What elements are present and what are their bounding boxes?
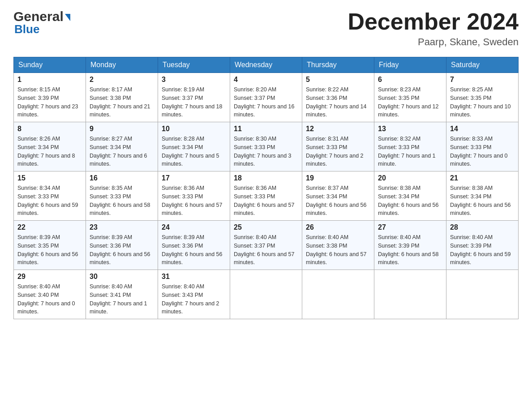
day-number: 5: [306, 76, 370, 84]
day-info: Sunrise: 8:40 AMSunset: 3:40 PMDaylight:…: [17, 283, 75, 315]
weekday-header-sunday: Sunday: [14, 57, 86, 73]
calendar-cell: 26 Sunrise: 8:40 AMSunset: 3:38 PMDaylig…: [302, 221, 374, 270]
page-header: General Blue December 2024 Paarp, Skane,…: [13, 9, 519, 48]
week-row-4: 22 Sunrise: 8:39 AMSunset: 3:35 PMDaylig…: [14, 221, 519, 270]
day-number: 16: [90, 174, 154, 182]
day-number: 3: [162, 76, 226, 84]
calendar-cell: 9 Sunrise: 8:27 AMSunset: 3:34 PMDayligh…: [86, 122, 158, 171]
location: Paarp, Skane, Sweden: [348, 36, 519, 48]
day-info: Sunrise: 8:30 AMSunset: 3:33 PMDaylight:…: [234, 136, 292, 167]
calendar-cell: 4 Sunrise: 8:20 AMSunset: 3:37 PMDayligh…: [230, 73, 302, 122]
day-info: Sunrise: 8:40 AMSunset: 3:38 PMDaylight:…: [306, 234, 367, 265]
day-info: Sunrise: 8:27 AMSunset: 3:34 PMDaylight:…: [90, 136, 147, 167]
day-number: 30: [90, 273, 154, 281]
day-number: 26: [306, 223, 370, 231]
day-number: 10: [162, 125, 226, 133]
calendar-cell: 12 Sunrise: 8:31 AMSunset: 3:33 PMDaylig…: [302, 122, 374, 171]
day-info: Sunrise: 8:22 AMSunset: 3:36 PMDaylight:…: [306, 86, 367, 118]
day-info: Sunrise: 8:40 AMSunset: 3:39 PMDaylight:…: [450, 234, 511, 265]
calendar-cell: 7 Sunrise: 8:25 AMSunset: 3:35 PMDayligh…: [446, 73, 519, 122]
day-number: 6: [378, 76, 442, 84]
day-info: Sunrise: 8:23 AMSunset: 3:35 PMDaylight:…: [378, 86, 439, 118]
calendar-cell: 31 Sunrise: 8:40 AMSunset: 3:43 PMDaylig…: [158, 270, 230, 319]
day-info: Sunrise: 8:39 AMSunset: 3:36 PMDaylight:…: [90, 234, 150, 265]
day-number: 27: [378, 223, 442, 231]
day-info: Sunrise: 8:20 AMSunset: 3:37 PMDaylight:…: [234, 86, 295, 118]
weekday-header-tuesday: Tuesday: [158, 57, 230, 73]
day-number: 8: [17, 125, 82, 133]
day-number: 28: [450, 223, 515, 231]
day-info: Sunrise: 8:17 AMSunset: 3:38 PMDaylight:…: [90, 86, 150, 118]
calendar-cell: 28 Sunrise: 8:40 AMSunset: 3:39 PMDaylig…: [446, 221, 519, 270]
day-number: 2: [90, 76, 154, 84]
calendar-cell: 18 Sunrise: 8:36 AMSunset: 3:33 PMDaylig…: [230, 171, 302, 221]
weekday-header-saturday: Saturday: [446, 57, 519, 73]
week-row-2: 8 Sunrise: 8:26 AMSunset: 3:34 PMDayligh…: [14, 122, 519, 171]
calendar-cell: 29 Sunrise: 8:40 AMSunset: 3:40 PMDaylig…: [14, 270, 86, 319]
day-number: 20: [378, 174, 442, 182]
calendar-cell: 27 Sunrise: 8:40 AMSunset: 3:39 PMDaylig…: [374, 221, 446, 270]
weekday-header-monday: Monday: [86, 57, 158, 73]
calendar-cell: 14 Sunrise: 8:33 AMSunset: 3:33 PMDaylig…: [446, 122, 519, 171]
title-area: December 2024 Paarp, Skane, Sweden: [348, 9, 519, 48]
day-number: 12: [306, 125, 370, 133]
calendar-cell: 8 Sunrise: 8:26 AMSunset: 3:34 PMDayligh…: [14, 122, 86, 171]
weekday-header-row: SundayMondayTuesdayWednesdayThursdayFrid…: [14, 57, 519, 73]
day-number: 13: [378, 125, 442, 133]
day-info: Sunrise: 8:38 AMSunset: 3:34 PMDaylight:…: [450, 185, 511, 216]
calendar-cell: 30 Sunrise: 8:40 AMSunset: 3:41 PMDaylig…: [86, 270, 158, 319]
day-info: Sunrise: 8:40 AMSunset: 3:41 PMDaylight:…: [90, 283, 147, 315]
calendar-cell: 5 Sunrise: 8:22 AMSunset: 3:36 PMDayligh…: [302, 73, 374, 122]
day-number: 31: [162, 273, 226, 281]
day-info: Sunrise: 8:31 AMSunset: 3:33 PMDaylight:…: [306, 136, 364, 167]
calendar-cell: 21 Sunrise: 8:38 AMSunset: 3:34 PMDaylig…: [446, 171, 519, 221]
calendar-cell: 10 Sunrise: 8:28 AMSunset: 3:34 PMDaylig…: [158, 122, 230, 171]
calendar-cell: 19 Sunrise: 8:37 AMSunset: 3:34 PMDaylig…: [302, 171, 374, 221]
day-number: 14: [450, 125, 515, 133]
day-info: Sunrise: 8:36 AMSunset: 3:33 PMDaylight:…: [234, 185, 295, 216]
week-row-5: 29 Sunrise: 8:40 AMSunset: 3:40 PMDaylig…: [14, 270, 519, 319]
day-info: Sunrise: 8:28 AMSunset: 3:34 PMDaylight:…: [162, 136, 219, 167]
day-number: 23: [90, 223, 154, 231]
day-number: 15: [17, 174, 82, 182]
day-info: Sunrise: 8:34 AMSunset: 3:33 PMDaylight:…: [17, 185, 78, 216]
day-info: Sunrise: 8:39 AMSunset: 3:35 PMDaylight:…: [17, 234, 78, 265]
calendar-cell: 16 Sunrise: 8:35 AMSunset: 3:33 PMDaylig…: [86, 171, 158, 221]
day-number: 4: [234, 76, 298, 84]
day-number: 11: [234, 125, 298, 133]
calendar-cell: 11 Sunrise: 8:30 AMSunset: 3:33 PMDaylig…: [230, 122, 302, 171]
day-number: 25: [234, 223, 298, 231]
day-info: Sunrise: 8:35 AMSunset: 3:33 PMDaylight:…: [90, 185, 150, 216]
logo-triangle-icon: [65, 14, 70, 21]
day-number: 19: [306, 174, 370, 182]
day-number: 7: [450, 76, 515, 84]
logo-blue-text: Blue: [14, 22, 39, 36]
calendar-cell: 15 Sunrise: 8:34 AMSunset: 3:33 PMDaylig…: [14, 171, 86, 221]
day-info: Sunrise: 8:32 AMSunset: 3:33 PMDaylight:…: [378, 136, 436, 167]
day-info: Sunrise: 8:25 AMSunset: 3:35 PMDaylight:…: [450, 86, 511, 118]
calendar-cell: 24 Sunrise: 8:39 AMSunset: 3:36 PMDaylig…: [158, 221, 230, 270]
calendar-cell: 1 Sunrise: 8:15 AMSunset: 3:39 PMDayligh…: [14, 73, 86, 122]
day-info: Sunrise: 8:39 AMSunset: 3:36 PMDaylight:…: [162, 234, 223, 265]
day-info: Sunrise: 8:36 AMSunset: 3:33 PMDaylight:…: [162, 185, 223, 216]
weekday-header-wednesday: Wednesday: [230, 57, 302, 73]
calendar-cell: 25 Sunrise: 8:40 AMSunset: 3:37 PMDaylig…: [230, 221, 302, 270]
day-number: 21: [450, 174, 515, 182]
calendar-cell: 2 Sunrise: 8:17 AMSunset: 3:38 PMDayligh…: [86, 73, 158, 122]
day-info: Sunrise: 8:40 AMSunset: 3:43 PMDaylight:…: [162, 283, 219, 315]
day-info: Sunrise: 8:40 AMSunset: 3:37 PMDaylight:…: [234, 234, 295, 265]
week-row-3: 15 Sunrise: 8:34 AMSunset: 3:33 PMDaylig…: [14, 171, 519, 221]
day-number: 24: [162, 223, 226, 231]
calendar-cell: 23 Sunrise: 8:39 AMSunset: 3:36 PMDaylig…: [86, 221, 158, 270]
day-info: Sunrise: 8:38 AMSunset: 3:34 PMDaylight:…: [378, 185, 439, 216]
day-number: 1: [17, 76, 82, 84]
day-info: Sunrise: 8:33 AMSunset: 3:33 PMDaylight:…: [450, 136, 508, 167]
day-info: Sunrise: 8:15 AMSunset: 3:39 PMDaylight:…: [17, 86, 78, 118]
week-row-1: 1 Sunrise: 8:15 AMSunset: 3:39 PMDayligh…: [14, 73, 519, 122]
calendar-cell: 13 Sunrise: 8:32 AMSunset: 3:33 PMDaylig…: [374, 122, 446, 171]
calendar-cell: 17 Sunrise: 8:36 AMSunset: 3:33 PMDaylig…: [158, 171, 230, 221]
calendar-table: SundayMondayTuesdayWednesdayThursdayFrid…: [13, 57, 519, 319]
calendar-cell: [302, 270, 374, 319]
day-number: 9: [90, 125, 154, 133]
weekday-header-thursday: Thursday: [302, 57, 374, 73]
